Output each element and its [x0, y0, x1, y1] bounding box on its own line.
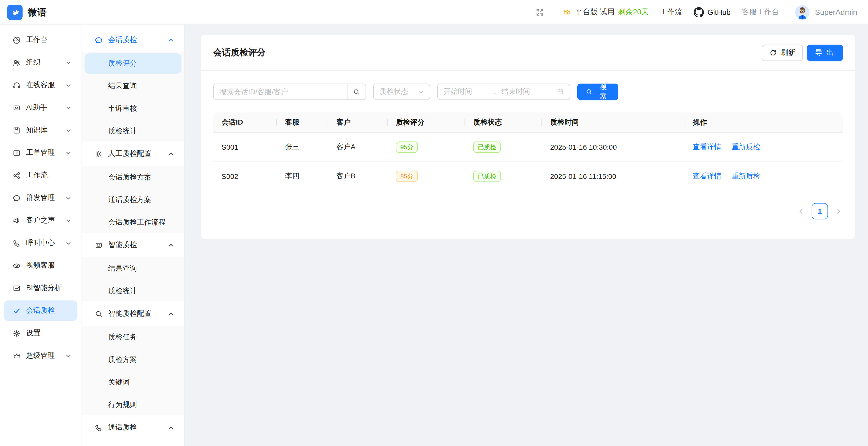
sidebar-item-workbench[interactable]: 工作台 — [4, 30, 78, 50]
sidebar-item-bi-analytics[interactable]: BI智能分析 — [4, 278, 78, 298]
trial-badge[interactable]: 平台版 试用 剩余20天 — [563, 7, 649, 17]
sidebar-item-super-admin[interactable]: 超级管理 — [4, 346, 78, 366]
chevron-down-icon — [66, 195, 71, 201]
submenu-item-smart-qc-statistics[interactable]: 质检统计 — [85, 281, 182, 301]
submenu-item-result-query[interactable]: 结果查询 — [85, 76, 182, 96]
user-menu[interactable]: SuperAdmin — [796, 5, 857, 19]
cell-time: 2025-01-16 11:15:00 — [542, 162, 684, 191]
fullscreen-icon[interactable] — [535, 7, 545, 17]
cell-agent: 张三 — [277, 133, 328, 162]
refresh-button[interactable]: 刷新 — [762, 44, 803, 61]
filter-bar: 质检状态 开始时间 → 结束时间 搜索 — [213, 84, 843, 100]
col-agent: 客服 — [277, 112, 328, 133]
sidebar-item-settings[interactable]: 设置 — [4, 323, 78, 344]
header-link-workbench[interactable]: 客服工作台 — [742, 7, 779, 17]
pagination-next-icon[interactable] — [835, 208, 842, 215]
chevron-up-icon — [168, 151, 174, 157]
score-badge: 85分 — [396, 171, 418, 182]
eye-icon — [12, 261, 21, 270]
search-input[interactable] — [214, 88, 347, 96]
page-title: 会话质检评分 — [213, 46, 266, 58]
sidebar-item-knowledge-base[interactable]: 知识库 — [4, 120, 78, 140]
crown-icon — [563, 8, 572, 17]
refresh-icon — [770, 49, 777, 56]
knowledge-icon — [12, 126, 21, 134]
submenu-item-behavior-rules[interactable]: 行为规则 — [85, 395, 182, 415]
submenu-children: 质检任务 质检方案 关键词 行为规则 — [82, 326, 184, 415]
trial-remaining-label: 剩余20天 — [618, 7, 649, 17]
share-nodes-icon — [12, 171, 21, 180]
status-select[interactable]: 质检状态 — [373, 84, 430, 100]
submenu-item-session-qc-workflow[interactable]: 会话质检工作流程 — [85, 212, 182, 233]
export-button[interactable]: 导 出 — [807, 44, 843, 61]
sidebar-item-workflow[interactable]: 工作流 — [4, 165, 78, 186]
search-field — [213, 84, 366, 100]
col-score: 质检评分 — [388, 112, 465, 133]
cell-time: 2025-01-16 10:30:00 — [542, 133, 684, 162]
score-badge: 95分 — [396, 141, 418, 153]
main-content: 会话质检评分 刷新 导 出 — [185, 25, 868, 446]
search-icon[interactable] — [347, 84, 366, 99]
github-link[interactable]: GitHub — [694, 7, 731, 17]
date-range-picker[interactable]: 开始时间 → 结束时间 — [437, 84, 570, 100]
sidebar-item-session-qc[interactable]: 会话质检 — [4, 300, 78, 321]
submenu-item-qc-task[interactable]: 质检任务 — [85, 327, 182, 348]
trial-plan-label: 平台版 试用 — [575, 7, 615, 17]
card-body: 质检状态 开始时间 → 结束时间 搜索 — [201, 71, 855, 219]
sidebar-item-online-service[interactable]: 在线客服 — [4, 75, 78, 95]
secondary-sidebar: 会话质检 质检评分 结果查询 申诉审核 质检统计 人工质检配置 会话质检方案 通… — [82, 25, 185, 446]
submenu-children: 结果查询 质检统计 — [82, 257, 184, 301]
submenu-group-session-qc[interactable]: 会话质检 — [86, 30, 180, 50]
date-start-placeholder: 开始时间 — [443, 87, 487, 96]
chevron-up-icon — [168, 242, 174, 248]
chevron-down-icon — [66, 82, 71, 88]
avatar — [796, 5, 810, 19]
submenu-item-qc-score[interactable]: 质检评分 — [85, 53, 182, 74]
sidebar-item-broadcast[interactable]: 群发管理 — [4, 188, 78, 208]
chevron-down-icon — [66, 150, 71, 156]
view-detail-link[interactable]: 查看详情 — [693, 172, 721, 180]
chat-dots-icon — [12, 193, 21, 202]
pagination-page-1[interactable]: 1 — [812, 203, 828, 219]
arrow-right-icon: → — [491, 88, 497, 96]
submenu-item-session-qc-plan[interactable]: 会话质检方案 — [85, 167, 182, 188]
sidebar-item-voice-of-customer[interactable]: 客户之声 — [4, 210, 78, 231]
qc-table: 会话ID 客服 客户 质检评分 质检状态 质检时间 操作 S00 — [213, 112, 843, 191]
github-label: GitHub — [708, 8, 731, 16]
sidebar-item-call-center[interactable]: 呼叫中心 — [4, 233, 78, 253]
submenu-item-appeal-review[interactable]: 申诉审核 — [85, 98, 182, 119]
submenu-group-manual-qc-config[interactable]: 人工质检配置 — [86, 144, 180, 164]
sidebar-item-video-service[interactable]: 视频客服 — [4, 255, 78, 276]
re-inspect-link[interactable]: 重新质检 — [732, 172, 760, 180]
app-root: 微语 平台版 试用 剩余20天 工作流 GitHub 客服工作台 — [0, 0, 868, 446]
phone-icon — [94, 423, 103, 432]
phone-icon — [12, 238, 21, 247]
github-icon — [694, 7, 704, 17]
brand-logo — [7, 4, 23, 20]
chevron-down-icon — [66, 60, 71, 65]
header-right: 平台版 试用 剩余20天 工作流 GitHub 客服工作台 SuperAdmin — [535, 5, 857, 19]
view-detail-link[interactable]: 查看详情 — [693, 142, 721, 151]
search-icon — [94, 309, 103, 318]
pagination-prev-icon[interactable] — [798, 208, 804, 215]
sidebar-item-ai-assistant[interactable]: AI助手 — [4, 97, 78, 118]
submenu-group-call-qc[interactable]: 通话质检 — [86, 417, 180, 438]
submenu-group-smart-qc-config[interactable]: 智能质检配置 — [86, 304, 180, 324]
check-icon — [12, 306, 21, 315]
col-session-id: 会话ID — [213, 112, 277, 133]
submenu-item-qc-statistics[interactable]: 质检统计 — [85, 121, 182, 141]
submenu-item-qc-plan[interactable]: 质检方案 — [85, 350, 182, 370]
submenu-item-call-qc-plan[interactable]: 通话质检方案 — [85, 190, 182, 210]
submenu-group-smart-qc[interactable]: 智能质检 — [86, 235, 180, 255]
re-inspect-link[interactable]: 重新质检 — [732, 142, 760, 151]
search-button[interactable]: 搜索 — [577, 84, 618, 100]
sidebar-item-organization[interactable]: 组织 — [4, 52, 78, 73]
status-select-placeholder: 质检状态 — [379, 87, 418, 96]
cell-customer: 客户A — [328, 133, 388, 162]
sidebar-item-ticket-management[interactable]: 工单管理 — [4, 142, 78, 163]
header-link-workflow[interactable]: 工作流 — [660, 7, 682, 17]
submenu-item-smart-result-query[interactable]: 结果查询 — [85, 258, 182, 279]
robot-icon — [12, 103, 21, 112]
primary-sidebar: 工作台 组织 在线客服 AI助手 知识库 — [0, 25, 82, 446]
submenu-item-keywords[interactable]: 关键词 — [85, 372, 182, 393]
